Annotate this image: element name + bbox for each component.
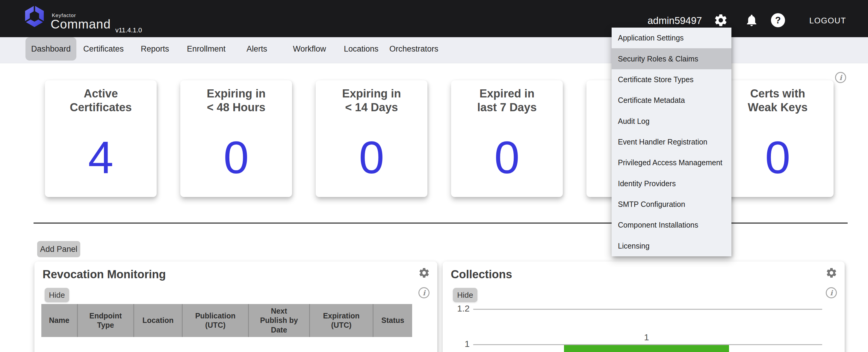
panel-info-icon[interactable]: i [418, 287, 430, 298]
collections-bar [564, 345, 729, 352]
y-axis-tick-upper: 1.2 [451, 303, 470, 314]
card-active-certificates: ActiveCertificates 4 [45, 80, 157, 197]
panel-settings-gear-icon[interactable] [418, 267, 430, 279]
tab-orchestrators[interactable]: Orchestrators [390, 37, 438, 61]
card-title: Expired inlast 7 Days [451, 87, 563, 114]
hide-panel-button[interactable]: Hide [44, 288, 69, 302]
card-title: Certs withWeak Keys [722, 87, 834, 114]
card-value: 0 [722, 129, 834, 186]
card-value: 0 [316, 129, 427, 186]
card-title: Expiring in< 48 Hours [180, 87, 292, 114]
menu-item-identity-providers[interactable]: Identity Providers [612, 173, 732, 194]
tab-reports[interactable]: Reports [141, 37, 169, 61]
bar-value-label: 1 [564, 332, 729, 343]
hide-panel-button[interactable]: Hide [453, 288, 477, 302]
column-header-status: Status [373, 304, 412, 337]
y-axis-tick-lower: 1 [451, 339, 470, 349]
card-value: 0 [451, 129, 563, 186]
gridline-upper [473, 309, 822, 310]
menu-item-application-settings[interactable]: Application Settings [612, 28, 732, 48]
settings-menu: Application Settings Security Roles & Cl… [612, 28, 732, 256]
column-header-next-publish: Next Publish by Date [248, 304, 309, 337]
column-header-endpoint: Endpoint Type [77, 304, 133, 337]
keyfactor-logo-icon [23, 5, 46, 33]
tab-certificates[interactable]: Certificates [83, 37, 124, 61]
version-label: v11.4.1.0 [115, 26, 142, 34]
dashboard-info-icon[interactable]: i [835, 72, 846, 83]
menu-item-audit-log[interactable]: Audit Log [612, 111, 732, 131]
card-value: 0 [180, 129, 292, 186]
card-title: ActiveCertificates [45, 87, 157, 114]
column-header-location: Location [133, 304, 182, 337]
card-expiring-14-days: Expiring in< 14 Days 0 [316, 80, 427, 197]
menu-item-event-handler-registration[interactable]: Event Handler Registration [612, 131, 732, 152]
panel-info-icon[interactable]: i [826, 287, 837, 298]
tab-dashboard[interactable]: Dashboard [26, 37, 76, 61]
menu-item-security-roles-claims[interactable]: Security Roles & Claims [612, 48, 732, 69]
tab-alerts[interactable]: Alerts [247, 37, 267, 61]
logout-button[interactable]: LOGOUT [809, 16, 846, 26]
panel-settings-gear-icon[interactable] [826, 267, 837, 279]
panel-title: Revocation Monitoring [42, 268, 166, 281]
menu-item-certificate-metadata[interactable]: Certificate Metadata [612, 90, 732, 111]
main-nav: Dashboard Certificates Reports Enrollmen… [0, 37, 868, 63]
column-header-name: Name [41, 304, 77, 337]
tab-enrollment[interactable]: Enrollment [187, 37, 225, 61]
card-value: 4 [45, 129, 157, 186]
app-header: Keyfactor Command v11.4.1.0 admin59497 ?… [0, 0, 868, 37]
help-icon[interactable]: ? [771, 13, 785, 27]
column-header-publication: Publication (UTC) [182, 304, 248, 337]
username-label: admin59497 [648, 15, 702, 26]
menu-item-certificate-store-types[interactable]: Certificate Store Types [612, 69, 732, 90]
card-expired-7-days: Expired inlast 7 Days 0 [451, 80, 563, 197]
brand-command: Command [51, 17, 111, 31]
add-panel-button[interactable]: Add Panel [37, 241, 80, 257]
menu-item-component-installations[interactable]: Component Installations [612, 215, 732, 235]
column-header-expiration: Expiration (UTC) [309, 304, 373, 337]
menu-item-licensing[interactable]: Licensing [612, 236, 732, 256]
notifications-bell-icon[interactable] [745, 13, 759, 27]
tab-locations[interactable]: Locations [344, 37, 379, 61]
card-weak-keys: Certs withWeak Keys 0 [722, 80, 834, 197]
panel-title: Collections [451, 268, 512, 281]
card-expiring-48-hours: Expiring in< 48 Hours 0 [180, 80, 292, 197]
revocation-monitoring-panel: Revocation Monitoring Hide i Name Endpoi… [34, 261, 437, 352]
menu-item-smtp-configuration[interactable]: SMTP Configuration [612, 194, 732, 215]
menu-item-privileged-access-management[interactable]: Privileged Access Management [612, 152, 732, 173]
collections-panel: Collections Hide i 1.2 1 1 [443, 261, 845, 352]
tab-workflow[interactable]: Workflow [293, 37, 326, 61]
settings-gear-icon[interactable] [713, 13, 728, 28]
revocation-table-header: Name Endpoint Type Location Publication … [41, 304, 412, 337]
card-title: Expiring in< 14 Days [316, 87, 427, 114]
